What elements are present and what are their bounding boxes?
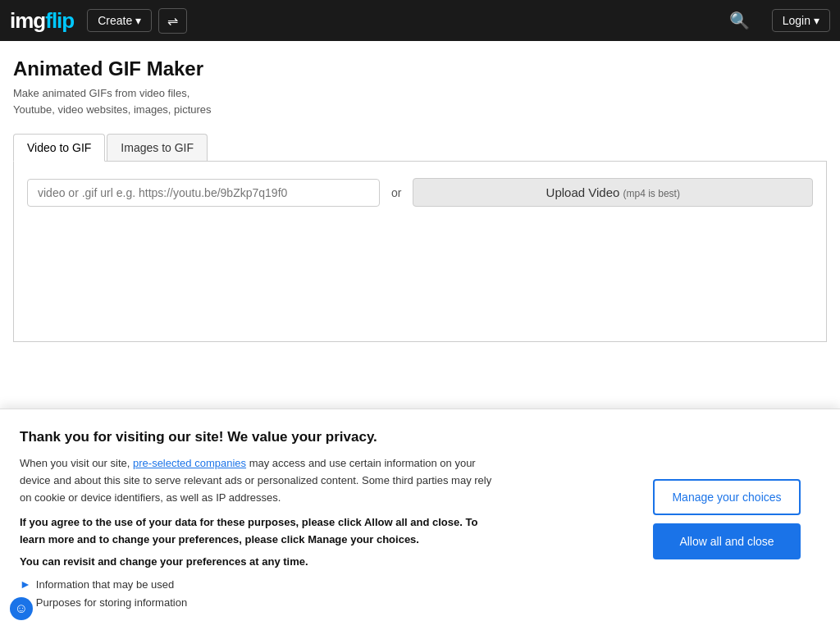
navbar: imgflip Create ▾ ⇌ 🔍 Login ▾ [0, 0, 840, 41]
subtitle-line2: Youtube, video websites, images, picture… [13, 103, 212, 116]
login-button[interactable]: Login ▾ [772, 9, 830, 32]
url-input[interactable] [27, 179, 380, 207]
tab-images-gif[interactable]: Images to GIF [107, 134, 208, 161]
or-text: or [391, 186, 401, 199]
login-arrow: ▾ [814, 14, 819, 27]
search-button[interactable]: 🔍 [729, 11, 750, 30]
page-subtitle: Make animated GIFs from video files, You… [13, 85, 827, 117]
create-label: Create [98, 14, 132, 27]
logo-text: imgflip [10, 8, 74, 34]
shuffle-icon: ⇌ [167, 14, 178, 28]
tab-video-gif-label: Video to GIF [27, 141, 91, 154]
upload-video-button[interactable]: Upload Video (mp4 is best) [413, 178, 813, 207]
input-row: or Upload Video (mp4 is best) [27, 178, 813, 207]
search-icon: 🔍 [729, 11, 750, 30]
create-button[interactable]: Create ▾ [87, 9, 152, 32]
upload-note: (mp4 is best) [623, 188, 680, 199]
tabs-container: Video to GIF Images to GIF [13, 134, 827, 162]
page-title: Animated GIF Maker [13, 57, 827, 80]
main-content: Animated GIF Maker Make animated GIFs fr… [0, 41, 840, 342]
create-arrow: ▾ [135, 14, 141, 27]
logo-flip-part: flip [45, 8, 74, 33]
logo-img-part: img [10, 8, 45, 33]
logo[interactable]: imgflip [10, 8, 74, 34]
tab-images-gif-label: Images to GIF [121, 141, 194, 154]
login-label: Login [783, 14, 810, 27]
subtitle-line1: Make animated GIFs from video files, [13, 87, 189, 99]
shuffle-button[interactable]: ⇌ [158, 8, 187, 34]
tab-video-gif[interactable]: Video to GIF [13, 134, 105, 162]
content-area: or Upload Video (mp4 is best) [13, 162, 827, 342]
upload-label: Upload Video [546, 185, 620, 199]
